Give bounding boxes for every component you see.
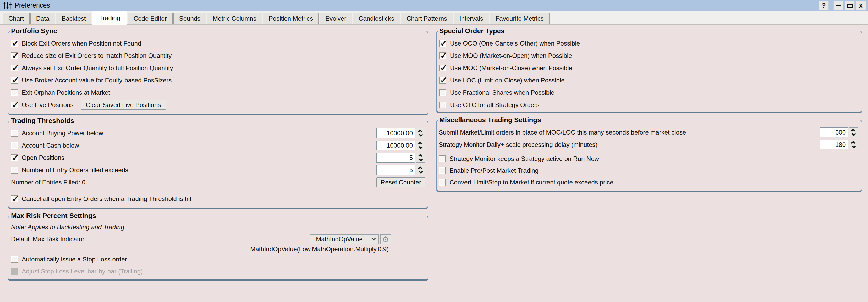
checkbox-use-gtc[interactable] — [439, 102, 446, 108]
checkbox-label: Use OCO (One-Cancels-Other) when Possibl… — [450, 40, 580, 47]
spin-value[interactable]: 180 — [820, 140, 848, 149]
row-use-gtc: Use GTC for all Strategy Orders — [439, 99, 859, 111]
checkbox-label: Strategy Monitor keeps a Strategy active… — [450, 155, 599, 163]
spin-seconds-before-close: 600 — [820, 128, 858, 137]
row-block-exit-orders: Block Exit Orders when Position not Foun… — [11, 37, 425, 49]
group-portfolio-sync: Portfolio Sync Block Exit Orders when Po… — [8, 26, 429, 115]
chevron-down-icon — [419, 133, 423, 137]
row-always-full-quantity: Always set Exit Order Quantity to full P… — [11, 62, 425, 74]
tab-candlesticks[interactable]: Candlesticks — [353, 12, 400, 24]
group-title: Portfolio Sync — [10, 26, 60, 36]
spin-down-button[interactable] — [849, 145, 858, 149]
spin-up-button[interactable] — [416, 153, 425, 158]
group-misc-trading-settings: Miscellaneous Trading Settings Submit Ma… — [436, 115, 863, 192]
checkbox-trailing-stop-loss — [11, 268, 18, 275]
spin-value[interactable]: 600 — [820, 128, 848, 137]
indicator-combo-value[interactable]: MathIndOpValue — [310, 234, 369, 244]
checkbox-use-fractional-shares[interactable] — [439, 89, 446, 96]
spin-up-button[interactable] — [849, 140, 858, 145]
checkbox-auto-stop-loss[interactable] — [11, 256, 18, 263]
spin-down-button[interactable] — [416, 170, 425, 175]
checkbox-exit-orphan-positions[interactable] — [11, 89, 18, 96]
checkbox-label: Convert Limit/Stop to Market if current … — [450, 179, 613, 186]
checkbox-account-buying-power[interactable] — [11, 130, 18, 137]
checkbox-entry-orders-filled[interactable] — [11, 167, 18, 173]
indicator-settings-button[interactable]: ⚙ — [380, 234, 391, 244]
minimize-button[interactable] — [833, 1, 843, 10]
spin-down-button[interactable] — [416, 133, 425, 138]
checkbox-keep-strategy-active[interactable] — [439, 156, 445, 162]
tab-intervals[interactable]: Intervals — [454, 12, 489, 24]
checkbox-label: Use Broker Account value for Equity-base… — [22, 77, 172, 84]
tab-metric-columns[interactable]: Metric Columns — [207, 12, 262, 24]
checkbox-convert-limit-stop[interactable] — [439, 179, 445, 186]
checkbox-account-cash[interactable] — [11, 142, 18, 149]
checkbox-use-live-positions[interactable] — [11, 102, 18, 108]
combo-dropdown-button[interactable] — [369, 234, 379, 244]
spin-down-button[interactable] — [416, 158, 425, 163]
checkbox-label: Use LOC (Limit-on-Close) when Possible — [450, 77, 564, 84]
checkbox-label: Block Exit Orders when Position not Foun… — [22, 40, 141, 47]
spin-up-button[interactable] — [849, 128, 858, 132]
spin-value[interactable]: 10000,00 — [376, 140, 415, 150]
row-trailing-stop-loss: Adjust Stop Loss Level bar-by-bar (Trail… — [11, 265, 425, 277]
tab-favourite-metrics[interactable]: Favourite Metrics — [490, 12, 550, 24]
maximize-button[interactable] — [845, 1, 855, 10]
window-title: Preferences — [15, 2, 50, 9]
spin-down-button[interactable] — [416, 145, 425, 150]
row-use-fractional-shares: Use Fractional Shares when Possible — [439, 87, 859, 99]
checkbox-label: Open Positions — [22, 154, 64, 162]
spin-value[interactable]: 10000,00 — [376, 128, 415, 138]
spin-buttons — [416, 140, 425, 150]
row-entry-orders-filled: Number of Entry Orders filled exceeds 5 — [11, 164, 425, 176]
chevron-down-icon — [419, 157, 423, 162]
checkbox-label: Use MOC (Market-on-Close) when Possible — [450, 64, 572, 72]
checkbox-label: Always set Exit Order Quantity to full P… — [22, 64, 173, 72]
group-title: Special Order Types — [438, 26, 508, 36]
indicator-label: Default Max Risk Indicator — [11, 236, 84, 243]
tab-backtest[interactable]: Backtest — [56, 12, 91, 24]
checkbox-label: Use Fractional Shares when Possible — [450, 89, 555, 96]
checkbox-label: Use GTC for all Strategy Orders — [450, 101, 539, 109]
close-button[interactable]: x — [856, 1, 866, 10]
spin-processing-delay: 180 — [820, 140, 858, 149]
spin-buttons — [416, 153, 425, 163]
row-note: Note: Applies to Backtesting and Trading — [11, 222, 425, 233]
tab-chart[interactable]: Chart — [3, 12, 30, 24]
spin-value[interactable]: 5 — [376, 165, 415, 175]
tab-trading[interactable]: Trading — [92, 11, 127, 25]
tab-sounds[interactable]: Sounds — [174, 12, 206, 24]
help-button[interactable]: ? — [819, 1, 829, 10]
row-open-positions: Open Positions 5 — [11, 152, 425, 164]
spin-up-button[interactable] — [416, 165, 425, 170]
checkbox-label: Exit Orphan Positions at Market — [22, 89, 110, 96]
checkbox-use-oco[interactable] — [439, 40, 446, 47]
checkbox-cancel-entry-orders[interactable] — [11, 196, 18, 202]
checkbox-broker-account-value[interactable] — [11, 77, 18, 84]
row-reduce-exit-size: Reduce size of Exit Orders to match Posi… — [11, 49, 425, 62]
tab-position-metrics[interactable]: Position Metrics — [263, 12, 319, 24]
checkbox-always-full-quantity[interactable] — [11, 65, 18, 71]
spin-up-button[interactable] — [416, 129, 425, 133]
spin-up-button[interactable] — [416, 141, 425, 145]
tab-evolver[interactable]: Evolver — [319, 12, 352, 24]
checkbox-label: Use MOO (Market-on-Open) when Possible — [450, 52, 572, 59]
tab-code-editor[interactable]: Code Editor — [128, 12, 173, 24]
spin-value[interactable]: 5 — [376, 153, 415, 163]
checkbox-use-moc[interactable] — [439, 65, 446, 71]
tab-chart-patterns[interactable]: Chart Patterns — [401, 12, 453, 24]
checkbox-open-positions[interactable] — [11, 155, 18, 161]
setting-label: Submit Market/Limit orders in place of M… — [439, 129, 686, 136]
checkbox-pre-post-market[interactable] — [439, 167, 445, 174]
checkbox-use-moo[interactable] — [439, 52, 446, 59]
checkbox-use-loc[interactable] — [439, 77, 446, 84]
checkbox-reduce-exit-size[interactable] — [11, 52, 18, 59]
row-keep-strategy-active: Strategy Monitor keeps a Strategy active… — [439, 153, 858, 165]
row-use-live-positions: Use Live Positions Clear Saved Live Posi… — [11, 99, 425, 111]
reset-counter-button[interactable]: Reset Counter — [376, 177, 425, 187]
spin-down-button[interactable] — [849, 132, 858, 137]
row-default-max-risk-indicator: Default Max Risk Indicator MathIndOpValu… — [11, 233, 425, 245]
clear-saved-live-positions-button[interactable]: Clear Saved Live Positions — [81, 100, 166, 110]
tab-data[interactable]: Data — [30, 12, 55, 24]
checkbox-block-exit-orders[interactable] — [11, 40, 18, 47]
